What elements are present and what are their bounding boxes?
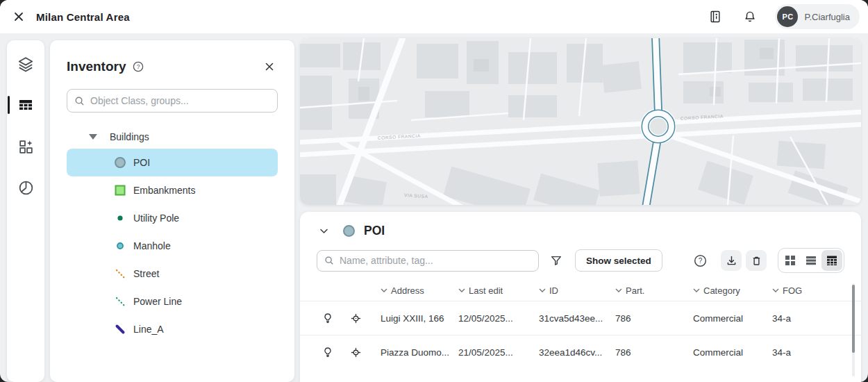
inventory-close-button[interactable] [261,58,278,75]
delete-button[interactable] [746,250,767,271]
manhole-marker-icon [114,240,126,252]
table-help-button[interactable]: ? [691,251,710,270]
poi-search-input[interactable] [340,255,531,266]
bell-icon [743,10,757,24]
user-name: P.Ciarfuglia [804,12,850,22]
object-class-tree: Buildings POI Embankments Utility Pole [50,125,294,343]
power-line-marker-icon [114,295,126,308]
poi-table-panel: POI Show selected ? [300,212,861,382]
svg-text:?: ? [136,63,140,70]
nav-layers-button[interactable] [12,54,39,75]
tree-group-buildings[interactable]: Buildings [50,125,294,149]
table-header-row: Address Last edit ID Part. Category [300,280,861,301]
table-actions: ? [691,248,844,273]
layers-icon [17,56,35,74]
column-header-category[interactable]: Category [685,285,764,296]
content-area: Inventory ? Buildings [0,33,868,382]
tree-item-label: Manhole [133,240,171,251]
tree-item-power-line[interactable]: Power Line [67,288,278,315]
list-view-icon [806,255,817,266]
cell-fog: 34-a [764,313,849,324]
download-button[interactable] [721,250,742,271]
inventory-panel: Inventory ? Buildings [50,40,294,382]
tree-item-label: Line_A [133,324,164,335]
manual-button[interactable] [706,7,725,26]
column-header-part[interactable]: Part. [607,285,685,296]
cell-part: 786 [607,347,685,358]
tree-item-label: Street [133,268,159,279]
sort-chevron-icon [539,288,546,292]
sort-chevron-icon [381,288,387,292]
visibility-bulb-button[interactable] [319,343,337,361]
poi-search [317,250,539,272]
cell-last-edit: 21/05/2025... [450,347,531,358]
scrollbar-thumb[interactable] [852,285,855,353]
table-view-icon [826,255,837,266]
tree-item-label: Embankments [133,185,195,196]
filter-button[interactable] [547,251,565,269]
nav-reports-button[interactable] [12,177,39,198]
tree-item-embankments[interactable]: Embankments [67,176,278,204]
close-workspace-button[interactable] [10,8,28,26]
column-header-fog[interactable]: FOG [764,285,849,296]
nav-modules-button[interactable] [12,136,39,157]
collapse-panel-button[interactable] [317,225,331,237]
cell-category: Commercial [685,313,764,324]
close-icon [12,10,25,23]
cell-fog: 34-a [764,347,849,358]
street-map: CORSO FRANCIA CORSO FRANCIA VIA SUSA [300,38,861,205]
table-icon [17,97,34,114]
close-icon [264,61,275,72]
poi-toolbar: Show selected ? [300,248,861,273]
chevron-down-icon [319,228,328,234]
search-icon [324,256,334,265]
table-row[interactable]: Luigi XXIII, 166 12/05/2025... 31cva5d43… [300,301,861,335]
cell-category: Commercial [685,347,764,358]
tree-item-line-a[interactable]: Line_A [67,315,278,343]
locate-on-map-button[interactable] [347,310,365,327]
tree-item-label: Power Line [133,296,182,307]
help-icon[interactable]: ? [133,61,144,72]
tree-item-manhole[interactable]: Manhole [67,232,278,260]
lightbulb-icon [322,312,334,324]
notifications-button[interactable] [740,7,760,26]
workspace-title: Milan Central Area [36,11,130,23]
locate-crosshair-icon [350,313,362,324]
show-selected-button[interactable]: Show selected [575,249,662,272]
cell-id: 31cva5d43ee... [531,313,607,324]
active-indicator [8,96,10,114]
tree-item-poi[interactable]: POI [67,149,278,176]
grid-view-icon [785,255,796,266]
tree-item-utility-pole[interactable]: Utility Pole [67,204,278,232]
table-row[interactable]: Piazza Duomo... 21/05/2025... 32eea1d46c… [300,335,861,369]
cell-last-edit: 12/05/2025... [450,313,531,324]
inventory-search [67,89,278,113]
filter-funnel-icon [550,254,562,267]
download-icon [726,255,737,267]
view-cards-button[interactable] [780,250,801,271]
tree-item-label: POI [133,157,150,168]
column-header-address[interactable]: Address [372,285,450,296]
view-list-button[interactable] [801,250,821,271]
tree-item-street[interactable]: Street [67,260,278,288]
visibility-bulb-button[interactable] [319,309,337,327]
expand-triangle-icon [89,134,97,140]
column-header-id[interactable]: ID [531,285,607,296]
column-header-last-edit[interactable]: Last edit [450,285,531,296]
user-menu[interactable]: PC P.Ciarfuglia [775,4,860,29]
inventory-search-input[interactable] [90,95,270,106]
search-icon [74,96,85,106]
svg-text:?: ? [699,257,703,265]
map-view[interactable]: CORSO FRANCIA CORSO FRANCIA VIA SUSA [300,38,861,205]
cell-id: 32eea1d46cv... [531,347,607,358]
nav-inventory-table-button[interactable] [12,95,39,116]
cell-address: Luigi XXIII, 166 [372,313,450,324]
manual-book-icon [708,10,722,24]
poi-class-icon [342,224,356,238]
locate-on-map-button[interactable] [347,344,365,361]
view-table-button[interactable] [821,250,842,271]
table-scrollbar[interactable] [852,283,855,376]
cell-address: Piazza Duomo... [372,347,450,358]
locate-crosshair-icon [350,347,362,358]
avatar: PC [777,6,798,27]
